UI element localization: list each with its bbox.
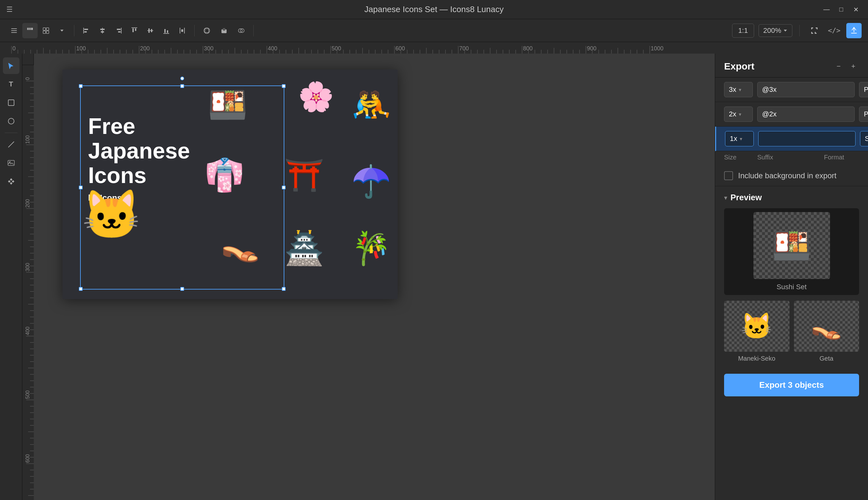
preview-thumb-geta-label: Geta <box>794 355 859 362</box>
export-format-2x[interactable]: PNG ▾ <box>859 106 868 122</box>
export-labels-row: Size Suffix Format <box>715 151 868 166</box>
preview-main-image: 🍱 <box>754 212 830 279</box>
svg-rect-12 <box>84 29 88 30</box>
sidebar-toggle-button[interactable] <box>7 23 22 38</box>
code-button[interactable]: </> <box>826 23 842 38</box>
design-heading: Free Japanese Icons <box>88 114 190 188</box>
close-button[interactable]: ✕ <box>850 4 861 15</box>
maximize-button[interactable]: □ <box>835 4 847 15</box>
mask-button[interactable] <box>199 23 214 38</box>
size-label: Size <box>724 154 753 161</box>
grid-button[interactable] <box>38 23 54 38</box>
align-right-button[interactable] <box>111 23 126 38</box>
main-area: T <box>0 54 868 500</box>
left-sidebar: T <box>0 54 22 500</box>
fit-button[interactable] <box>807 23 822 38</box>
svg-rect-3 <box>27 28 33 30</box>
image-tool[interactable] <box>3 155 20 171</box>
distribute-button[interactable] <box>175 23 190 38</box>
rotation-handle[interactable] <box>180 77 184 80</box>
rulers-button[interactable] <box>22 23 38 38</box>
preview-section: ▾ Preview 🍱 Sushi Set 🐱 Maneki-Seko 👡 Ge <box>715 186 868 368</box>
export-size-1x[interactable]: 1x ▾ <box>725 131 754 146</box>
code-icon: </> <box>828 26 841 34</box>
minimize-button[interactable]: — <box>821 4 832 15</box>
export-suffix-3x[interactable] <box>757 82 855 97</box>
sumo-icon: 🤼 <box>351 89 391 121</box>
preview-thumb-maneki-img: 🐱 <box>724 301 790 352</box>
include-bg-checkbox[interactable] <box>724 171 733 180</box>
grid-dropdown[interactable] <box>54 23 69 38</box>
corner-box <box>22 54 34 65</box>
align-middle-button[interactable] <box>143 23 158 38</box>
line-tool[interactable] <box>3 136 20 153</box>
chevron-down-icon: ▾ <box>739 87 741 93</box>
export-icon-button[interactable] <box>846 23 861 38</box>
svg-rect-24 <box>148 29 150 33</box>
export-row-2x: 2x ▾ PNG ▾ <box>715 102 868 127</box>
export-add-button[interactable]: + <box>848 60 859 72</box>
format-label: Format <box>824 154 859 161</box>
app-title: Japanese Icons Set — Icons8 Lunacy <box>365 4 504 14</box>
cherry-blossom-icon: 🌸 <box>298 82 334 111</box>
align-bottom-button[interactable] <box>159 23 174 38</box>
toolbar-sep-3 <box>253 25 254 36</box>
samurai-icon: ⛩️ <box>284 159 324 191</box>
horizontal-ruler <box>0 42 868 54</box>
svg-rect-27 <box>164 29 166 33</box>
resize-handle-bl[interactable] <box>79 287 83 291</box>
boolean-button[interactable] <box>234 23 249 38</box>
svg-rect-2 <box>11 32 17 33</box>
export-row-1x: 1x ▾ SVG ▾ <box>715 127 868 151</box>
align-left-button[interactable] <box>79 23 94 38</box>
export-header-buttons: − + <box>833 60 859 72</box>
export-suffix-2x[interactable] <box>757 106 855 122</box>
text-tool[interactable]: T <box>3 76 20 92</box>
component-tool[interactable] <box>3 173 20 190</box>
resize-handle-tr[interactable] <box>282 84 286 88</box>
chevron-2x-icon: ▾ <box>739 111 741 117</box>
export-format-3x[interactable]: PNG ▾ <box>859 82 868 97</box>
geta-icon: 👡 <box>221 229 260 261</box>
menu-icon[interactable]: ☰ <box>7 5 13 14</box>
resize-handle-tl[interactable] <box>79 84 83 88</box>
resize-handle-tm[interactable] <box>180 84 184 88</box>
export-row-3x: 3x ▾ PNG ▾ <box>715 78 868 102</box>
pagoda-icon: 🏯 <box>284 232 324 264</box>
text-tool-icon: T <box>9 80 13 88</box>
title-bar-right: — □ ✕ <box>821 4 861 15</box>
rect-tool[interactable] <box>3 94 20 111</box>
canvas-area[interactable]: Free Japanese Icons by Icons8 🍱 🌸 🤼 <box>22 54 715 500</box>
ellipse-tool[interactable] <box>3 113 20 129</box>
suffix-label: Suffix <box>757 154 820 161</box>
export-suffix-1x[interactable] <box>758 131 856 146</box>
export-format-1x[interactable]: SVG ▾ <box>860 131 868 146</box>
umbrella-icon: ☂️ <box>351 165 391 197</box>
preview-main: 🍱 Sushi Set <box>724 208 859 295</box>
resize-handle-br[interactable] <box>282 287 286 291</box>
align-top-button[interactable] <box>127 23 142 38</box>
export-header: Export − + <box>715 54 868 78</box>
zoom-control[interactable]: 200% <box>758 24 792 37</box>
svg-rect-21 <box>132 29 134 32</box>
preview-thumb-maneki-label: Maneki-Seko <box>724 355 790 362</box>
toolbar: 1:1 200% </> <box>0 19 868 42</box>
export-size-2x[interactable]: 2x ▾ <box>724 106 753 122</box>
vertical-ruler <box>22 54 34 500</box>
svg-rect-38 <box>8 100 14 105</box>
preview-thumb-maneki: 🐱 Maneki-Seko <box>724 301 790 362</box>
resize-handle-bm[interactable] <box>180 287 184 291</box>
svg-rect-31 <box>181 29 183 32</box>
preview-title: Preview <box>731 193 762 203</box>
preview-collapse-icon[interactable]: ▾ <box>724 194 727 202</box>
export-button[interactable]: Export 3 objects <box>724 374 859 396</box>
svg-rect-19 <box>118 31 121 33</box>
export-remove-button[interactable]: − <box>833 60 844 72</box>
ratio-button[interactable]: 1:1 <box>732 24 754 38</box>
export-size-3x[interactable]: 3x ▾ <box>724 82 753 97</box>
svg-rect-28 <box>167 30 168 33</box>
svg-rect-1 <box>11 30 17 31</box>
clip-button[interactable] <box>216 23 232 38</box>
select-tool[interactable] <box>3 57 20 74</box>
align-center-h-button[interactable] <box>95 23 110 38</box>
